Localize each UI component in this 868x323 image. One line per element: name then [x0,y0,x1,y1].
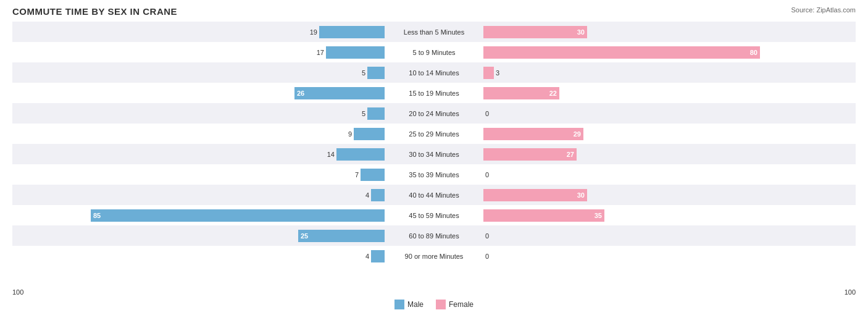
row-label: 35 to 39 Minutes [385,171,483,178]
female-value-inside: 29 [574,130,581,138]
male-bar: 17 [326,46,385,59]
male-bar: 85 [91,209,385,222]
female-value-inside: 30 [577,28,585,36]
chart-area: 19Less than 5 Minutes30175 to 9 Minutes8… [12,22,856,287]
chart-title: COMMUTE TIME BY SEX IN CRANE [12,6,856,17]
female-bar: 27 [483,148,577,161]
table-row: 520 to 24 Minutes0 [12,103,856,124]
male-value-outside: 5 [362,69,365,77]
male-bar: 5 [367,107,385,120]
table-row: 735 to 39 Minutes0 [12,164,856,185]
legend-female: Female [436,300,474,309]
male-value-outside: 19 [310,28,317,36]
female-value-outside: 0 [485,253,489,260]
male-value-outside: 4 [365,253,369,260]
female-bar: 80 [483,46,760,59]
table-row: 925 to 29 Minutes29 [12,124,856,144]
table-row: 2615 to 19 Minutes22 [12,83,856,103]
male-value-outside: 7 [355,171,359,178]
male-bar: 4 [371,189,385,201]
table-row: 175 to 9 Minutes80 [12,42,856,62]
male-value-inside: 85 [93,212,101,219]
table-row: 19Less than 5 Minutes30 [12,22,856,42]
male-value-outside: 14 [327,151,335,158]
female-value-outside: 0 [485,171,489,178]
male-value-outside: 4 [365,191,369,199]
male-bar: 4 [371,250,385,262]
male-value-inside: 26 [297,90,304,97]
female-bar: 30 [483,26,587,38]
male-value-outside: 5 [362,110,365,117]
male-value-inside: 25 [301,232,308,240]
table-row: 2560 to 89 Minutes0 [12,225,856,246]
male-bar: 7 [361,169,385,181]
axis-right: 100 [845,288,856,296]
row-label: 90 or more Minutes [385,253,483,260]
row-label: 5 to 9 Minutes [385,49,483,56]
row-label: 30 to 34 Minutes [385,151,483,158]
male-bar: 14 [336,148,385,161]
row-label: 15 to 19 Minutes [385,90,483,97]
female-value-outside: 0 [485,232,489,240]
chart-container: COMMUTE TIME BY SEX IN CRANE Source: Zip… [0,0,868,323]
row-label: 25 to 29 Minutes [385,130,483,138]
table-row: 440 to 44 Minutes30 [12,185,856,205]
row-label: Less than 5 Minutes [385,28,483,36]
table-row: 490 or more Minutes0 [12,246,856,266]
row-label: 10 to 14 Minutes [385,69,483,77]
source-label: Source: ZipAtlas.com [791,6,856,14]
female-bar: 29 [483,128,583,140]
female-legend-label: Female [449,300,474,309]
female-bar: 30 [483,189,587,201]
female-value-inside: 22 [549,90,557,97]
female-value-inside: 80 [750,49,757,56]
row-label: 20 to 24 Minutes [385,110,483,117]
female-value-inside: 30 [577,191,585,199]
axis-labels: 100 100 [12,288,856,296]
female-legend-box [436,300,446,309]
male-value-outside: 17 [317,49,324,56]
axis-left: 100 [12,288,23,296]
legend: Male Female [12,300,856,309]
male-bar: 9 [354,128,385,140]
table-row: 1430 to 34 Minutes27 [12,144,856,164]
female-value-outside: 0 [485,110,489,117]
female-bar: 3 [483,67,494,79]
male-legend-label: Male [407,300,424,309]
row-label: 40 to 44 Minutes [385,191,483,199]
female-value-outside: 3 [496,69,499,77]
legend-male: Male [394,300,424,309]
female-value-inside: 35 [595,212,602,219]
male-bar: 5 [367,67,385,79]
male-legend-box [394,300,404,309]
row-label: 60 to 89 Minutes [385,232,483,240]
table-row: 8545 to 59 Minutes35 [12,205,856,225]
male-bar: 25 [298,230,385,242]
male-value-outside: 9 [348,130,352,138]
row-label: 45 to 59 Minutes [385,212,483,219]
female-bar: 22 [483,87,559,99]
female-value-inside: 27 [567,151,574,158]
female-bar: 35 [483,209,604,222]
male-bar: 26 [294,87,385,99]
table-row: 510 to 14 Minutes3 [12,62,856,83]
male-bar: 19 [319,26,385,38]
